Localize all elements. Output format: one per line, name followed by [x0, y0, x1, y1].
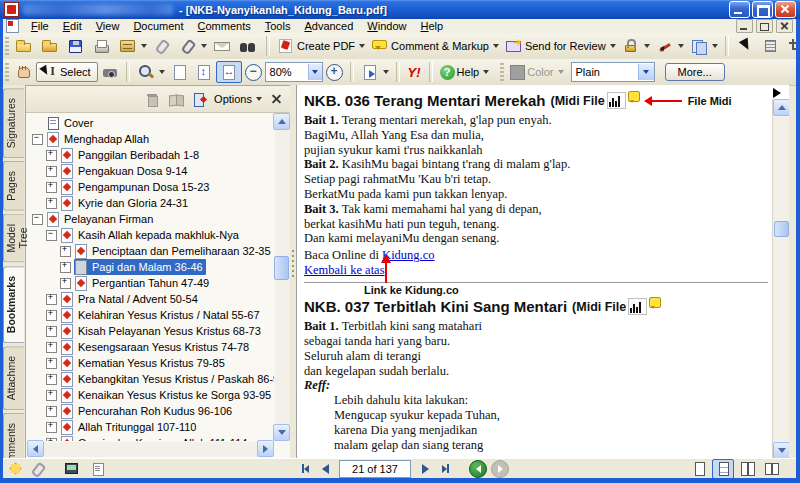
- email-icon[interactable]: [210, 36, 236, 56]
- toolbar-grip[interactable]: [5, 63, 9, 81]
- expander-icon[interactable]: [46, 150, 57, 161]
- midi-file-icon[interactable]: [607, 92, 626, 109]
- maximize-button[interactable]: [752, 1, 773, 18]
- menu-item[interactable]: Comments: [191, 20, 258, 32]
- attachments-indicator-icon[interactable]: [29, 461, 47, 477]
- help-button[interactable]: ? Help: [437, 63, 493, 82]
- expander-icon[interactable]: [46, 182, 57, 193]
- expander-icon[interactable]: [46, 342, 57, 353]
- panel-scroll-right-button[interactable]: [257, 440, 274, 457]
- fullscreen-mode-icon[interactable]: [63, 461, 81, 477]
- expander-icon[interactable]: [46, 326, 57, 337]
- bookmark-item[interactable]: Kesengsaraan Yesus Kristus 74-78: [28, 339, 274, 355]
- zoom-in-button[interactable]: +: [326, 64, 343, 81]
- bookmark-item[interactable]: Kematian Yesus Kristus 79-85: [28, 355, 274, 371]
- page-size-icon[interactable]: [89, 461, 107, 477]
- bookmark-item[interactable]: Pencurahan Roh Kudus 96-106: [28, 403, 274, 419]
- continuous-view-button[interactable]: [712, 459, 734, 479]
- document-icon[interactable]: [6, 19, 19, 33]
- close-button[interactable]: [775, 1, 796, 18]
- next-page-button[interactable]: [415, 460, 435, 477]
- menu-item[interactable]: Edit: [56, 20, 89, 32]
- tab-bookmarks[interactable]: Bookmarks: [3, 266, 24, 343]
- panel-vscroll-thumb[interactable]: [274, 256, 289, 280]
- tab-attachments[interactable]: Attachme: [3, 346, 24, 410]
- menu-item[interactable]: Help: [414, 20, 451, 32]
- panel-scroll-up-button[interactable]: [273, 113, 290, 130]
- scroll-pane-arrow-icon[interactable]: [773, 88, 786, 98]
- bookmark-item[interactable]: Pelayanan Firman: [28, 211, 274, 227]
- menu-item[interactable]: View: [89, 20, 127, 32]
- acrobat-app-icon[interactable]: [4, 2, 19, 17]
- email-review-icon[interactable]: [176, 36, 210, 56]
- expander-icon[interactable]: [46, 198, 57, 209]
- previous-view-button[interactable]: [469, 460, 487, 478]
- bookmark-item[interactable]: Kelahiran Yesus Kristus / Natal 55-67: [28, 307, 274, 323]
- fit-page-button[interactable]: [192, 62, 216, 82]
- doc-vscroll-thumb[interactable]: [774, 221, 789, 237]
- create-pdf-button[interactable]: Create PDF: [274, 36, 368, 56]
- picture-tasks-icon[interactable]: [687, 36, 721, 56]
- select-tool-button[interactable]: Select: [36, 62, 98, 82]
- expander-icon[interactable]: [46, 374, 57, 385]
- bookmark-item[interactable]: Cover: [28, 115, 274, 131]
- tab-signatures[interactable]: Signatures: [3, 88, 24, 158]
- toolbar-grip[interactable]: [5, 37, 9, 55]
- bookmark-item[interactable]: Penciptaan dan Pemeliharaan 32-35: [28, 243, 274, 259]
- bookmark-item[interactable]: Kyrie dan Gloria 24-31: [28, 195, 274, 211]
- expander-icon[interactable]: [60, 246, 71, 257]
- doc-scroll-down-button[interactable]: [773, 442, 789, 459]
- page-setup-button[interactable]: [358, 62, 392, 82]
- back-to-top-link[interactable]: Kembali ke atas: [304, 263, 385, 277]
- tab-pages[interactable]: Pages: [3, 161, 24, 211]
- toolbar-grip[interactable]: [500, 63, 504, 81]
- mdi-minimize-button[interactable]: [736, 19, 753, 33]
- facing-view-button[interactable]: [760, 459, 782, 479]
- document-vscrollbar[interactable]: [772, 99, 789, 459]
- more-button[interactable]: More...: [665, 63, 725, 81]
- print-icon[interactable]: [90, 36, 116, 56]
- zoom-level-combo[interactable]: 80%: [265, 62, 323, 82]
- panel-options-button[interactable]: Options: [214, 93, 262, 106]
- yahoo-toolbar-button[interactable]: Y!: [404, 65, 425, 80]
- comment-markup-button[interactable]: Comment & Markup: [368, 36, 502, 56]
- expander-icon[interactable]: [46, 406, 57, 417]
- panel-scroll-left-button[interactable]: [27, 440, 44, 457]
- hand-tool-button[interactable]: [12, 62, 36, 82]
- single-page-view-button[interactable]: [688, 459, 710, 479]
- midi-file-icon[interactable]: [628, 298, 647, 315]
- menu-item[interactable]: Document: [126, 20, 190, 32]
- expander-icon[interactable]: [46, 310, 57, 321]
- status-burst-icon[interactable]: [7, 461, 25, 477]
- send-for-review-button[interactable]: Send for Review: [502, 36, 619, 56]
- bookmark-item[interactable]: Kenaikan Yesus Kristus ke Sorga 93-95: [28, 387, 274, 403]
- bookmark-item[interactable]: Menghadap Allah: [28, 131, 274, 147]
- actual-size-button[interactable]: [168, 62, 192, 82]
- comment-note-icon[interactable]: [649, 297, 661, 308]
- style-combo[interactable]: Plain: [571, 62, 655, 82]
- organizer-icon[interactable]: [38, 36, 64, 56]
- doc-scroll-up-button[interactable]: [773, 99, 789, 116]
- bookmark-item[interactable]: Pengampunan Dosa 15-23: [28, 179, 274, 195]
- delete-bookmark-icon[interactable]: [145, 92, 160, 106]
- expander-icon[interactable]: [60, 278, 71, 289]
- expander-icon[interactable]: [46, 294, 57, 305]
- expander-icon[interactable]: [60, 262, 71, 273]
- mdi-close-button[interactable]: [776, 19, 793, 33]
- attach-file-icon[interactable]: [150, 36, 176, 56]
- search-icon[interactable]: [236, 36, 262, 56]
- bookmark-item[interactable]: Gereja dan Kerajaan Allah 111-114: [28, 435, 274, 441]
- panel-close-icon[interactable]: [270, 93, 283, 106]
- expander-icon[interactable]: [46, 438, 57, 442]
- expander-icon[interactable]: [32, 214, 43, 225]
- secure-lock-icon[interactable]: [619, 36, 653, 56]
- panel-scroll-down-button[interactable]: [273, 424, 290, 441]
- bookmark-item[interactable]: Pergantian Tahun 47-49: [28, 275, 274, 291]
- save-icon[interactable]: [64, 36, 90, 56]
- previous-page-button[interactable]: [315, 460, 335, 477]
- expander-icon[interactable]: [46, 166, 57, 177]
- continuous-facing-view-button[interactable]: [736, 459, 758, 479]
- bookmark-item[interactable]: Pengakuan Dosa 9-14: [28, 163, 274, 179]
- snapshot-tool-button[interactable]: [98, 62, 122, 82]
- new-bookmark-icon[interactable]: [191, 92, 206, 106]
